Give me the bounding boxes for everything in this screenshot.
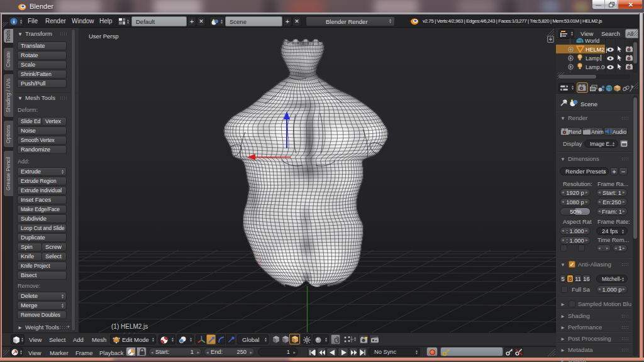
svg-text:z: z xyxy=(87,302,91,308)
